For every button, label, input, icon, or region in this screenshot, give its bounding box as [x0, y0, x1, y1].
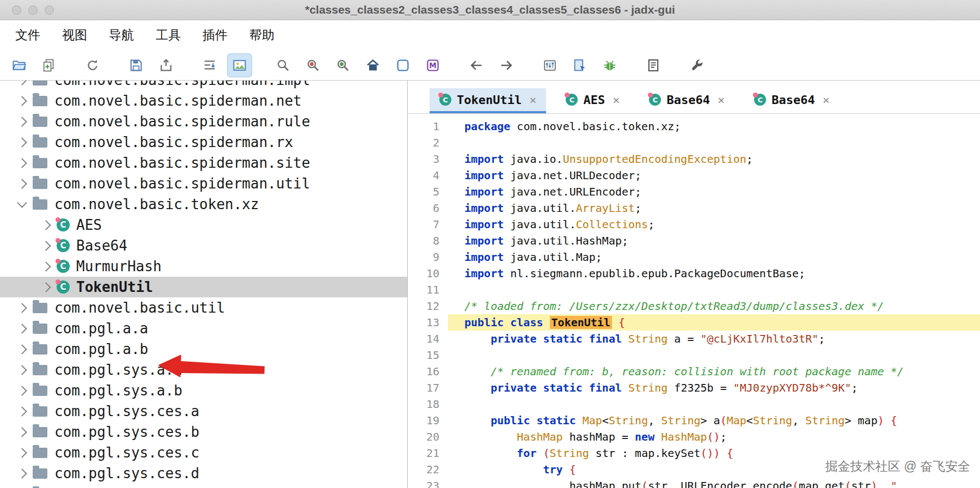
tree-item-com-pgl-sys-ces-e[interactable]: com.pgl.sys.ces.e [0, 484, 407, 488]
text-search-icon [275, 58, 291, 73]
chevron-right-icon[interactable] [17, 303, 27, 313]
tree-item-murmurhash[interactable]: CMurmurHash [0, 256, 407, 277]
deobfuscation-button[interactable] [537, 53, 562, 77]
menu-item-plugins[interactable]: 插件 [192, 27, 238, 44]
chevron-right-icon[interactable] [41, 241, 51, 251]
tree-item-com-novel-basic-util[interactable]: com.novel.basic.util [0, 297, 407, 318]
code-token: ( [543, 447, 550, 460]
close-tab-icon[interactable]: × [718, 93, 725, 107]
tree-item-label: com.pgl.sys.a.b [54, 382, 182, 399]
log-viewer-button[interactable] [641, 53, 666, 77]
tree-item-label: TokenUtil [76, 279, 153, 295]
tree-item-com-novel-basic-spiderman-net[interactable]: com.novel.basic.spiderman.net [0, 90, 407, 111]
chevron-right-icon[interactable] [17, 468, 27, 478]
package-tree[interactable]: com.novel.basic.spiderman.implcom.novel.… [0, 81, 408, 488]
comment-search-button[interactable] [330, 53, 356, 77]
forward-button[interactable] [494, 53, 519, 77]
reload-button[interactable] [80, 53, 105, 77]
code-token: "@cLjKxIl7hlto3tR" [701, 332, 819, 345]
tree-item-tokenutil[interactable]: CTokenUtil [0, 277, 407, 297]
code-text [448, 347, 980, 363]
chevron-right-icon[interactable] [17, 448, 27, 457]
menu-item-view[interactable]: 视图 [51, 27, 98, 44]
chevron-right-icon[interactable] [17, 324, 27, 333]
tree-item-com-pgl-sys-ces-d[interactable]: com.pgl.sys.ces.d [0, 463, 407, 484]
line-number: 11 [408, 282, 448, 298]
adb-debug-button[interactable] [597, 53, 622, 77]
code-token: a = [667, 332, 700, 345]
code-token: "MJ0zypXYD78b*^9K" [733, 381, 852, 394]
inspect-editor-button[interactable] [567, 53, 592, 77]
close-tab-icon[interactable]: × [612, 93, 620, 107]
app-frame-button[interactable] [390, 53, 415, 77]
tree-item-com-pgl-sys-a-b[interactable]: com.pgl.sys.a.b [0, 380, 407, 401]
tree-item-com-novel-basic-spiderman-util[interactable]: com.novel.basic.spiderman.util [0, 173, 407, 194]
chevron-right-icon[interactable] [17, 81, 27, 85]
chevron-right-icon[interactable] [17, 406, 27, 416]
package-folder-icon [33, 448, 47, 458]
open-project-button[interactable] [7, 53, 32, 77]
tree-item-com-novel-basic-spiderman-site[interactable]: com.novel.basic.spiderman.site [0, 152, 407, 173]
code-text: public static Map<String, String> a(Map<… [448, 412, 980, 429]
code-text: import java.util.ArrayList; [448, 200, 980, 216]
chevron-right-icon[interactable] [17, 117, 27, 126]
menu-item-navigation[interactable]: 导航 [98, 27, 145, 44]
preferences-button[interactable] [684, 53, 709, 77]
tab-tokenutil-0[interactable]: CTokenUtil× [430, 88, 546, 113]
close-tab-icon[interactable]: × [823, 93, 830, 107]
chevron-right-icon[interactable] [17, 96, 27, 106]
tree-item-com-pgl-a-a[interactable]: com.pgl.a.a [0, 318, 407, 339]
code-token: hashMap = [563, 430, 635, 443]
flatten-packages-button[interactable] [197, 53, 222, 77]
chevron-right-icon[interactable] [17, 137, 27, 147]
chevron-down-icon[interactable] [17, 198, 27, 208]
chevron-right-icon[interactable] [41, 220, 51, 230]
minimize-button[interactable] [28, 5, 38, 15]
chevron-right-icon[interactable] [17, 344, 27, 354]
add-files-button[interactable] [36, 53, 62, 77]
chevron-right-icon[interactable] [17, 158, 27, 168]
save-all-button[interactable] [124, 53, 149, 77]
tree-item-com-pgl-sys-ces-b[interactable]: com.pgl.sys.ces.b [0, 422, 407, 442]
tree-item-aes[interactable]: CAES [0, 215, 407, 235]
tree-item-com-novel-basic-spiderman-impl[interactable]: com.novel.basic.spiderman.impl [0, 81, 407, 90]
code-token: TokenUtil [550, 316, 612, 329]
chevron-right-icon[interactable] [41, 282, 51, 292]
menu-item-tools[interactable]: 工具 [145, 27, 192, 44]
tree-item-com-novel-basic-spiderman-rx[interactable]: com.novel.basic.spiderman.rx [0, 132, 407, 152]
main-activity-button[interactable] [360, 53, 385, 77]
tree-item-base64[interactable]: CBase64 [0, 235, 407, 256]
menu-item-help[interactable]: 帮助 [238, 27, 285, 44]
zoom-button[interactable] [45, 5, 54, 15]
tree-item-com-novel-basic-spiderman-rule[interactable]: com.novel.basic.spiderman.rule [0, 111, 407, 132]
chevron-right-icon[interactable] [17, 365, 27, 375]
save-all-icon [128, 58, 144, 73]
code-token: ( [844, 479, 851, 488]
tree-item-com-novel-basic-token-xz[interactable]: com.novel.basic.token.xz [0, 194, 407, 215]
export-button[interactable] [154, 53, 179, 77]
sync-with-editor-button[interactable] [227, 53, 252, 77]
close-tab-icon[interactable]: × [529, 93, 536, 107]
back-button[interactable] [464, 53, 489, 77]
tab-base64-2[interactable]: CBase64× [639, 88, 734, 113]
code-text: import java.util.HashMap; [448, 233, 980, 249]
memory-button[interactable]: M [420, 53, 445, 77]
chevron-right-icon[interactable] [17, 179, 27, 188]
chevron-right-icon[interactable] [17, 427, 27, 437]
tab-aes-1[interactable]: CAES× [556, 88, 629, 113]
tree-item-label: com.pgl.a.a [54, 320, 148, 337]
chevron-right-icon[interactable] [41, 261, 51, 271]
menu-item-file[interactable]: 文件 [4, 27, 51, 44]
close-button[interactable] [12, 5, 21, 15]
code-editor[interactable]: 1package com.novel.basic.token.xz;23impo… [408, 114, 980, 488]
tab-base64-3[interactable]: CBase64× [744, 88, 840, 113]
tree-item-label: com.novel.basic.token.xz [54, 196, 259, 212]
code-token: import [464, 185, 504, 198]
code-token [464, 430, 517, 443]
code-token [622, 381, 628, 394]
class-search-button[interactable] [301, 53, 326, 77]
tree-item-com-pgl-sys-ces-c[interactable]: com.pgl.sys.ces.c [0, 442, 407, 463]
chevron-right-icon[interactable] [17, 386, 27, 395]
text-search-button[interactable] [271, 53, 296, 77]
tree-item-com-pgl-sys-ces-a[interactable]: com.pgl.sys.ces.a [0, 401, 407, 422]
